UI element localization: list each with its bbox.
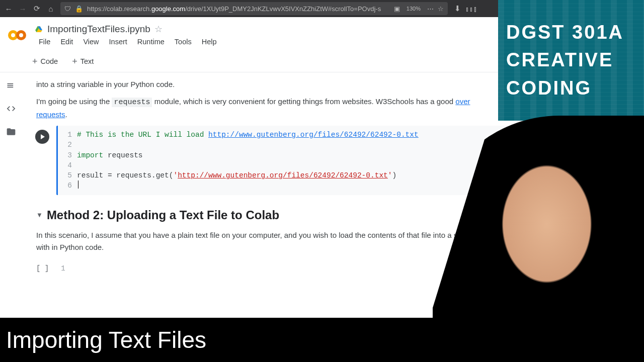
colab-logo[interactable] (8, 29, 28, 42)
forward-icon: → (18, 5, 27, 13)
section-heading: Method 2: Uploading a Text File to Colab (47, 208, 279, 222)
menu-view[interactable]: View (78, 36, 103, 47)
course-overlay: DGST 301A CREATIVE CODING (498, 0, 644, 121)
run-button[interactable] (35, 130, 49, 144)
link-overview[interactable]: over (455, 97, 470, 106)
home-icon[interactable]: ⌂ (46, 5, 55, 13)
url-more-icon[interactable]: ⋯ (427, 5, 434, 13)
menu-runtime[interactable]: Runtime (133, 36, 169, 47)
files-icon[interactable] (6, 127, 16, 139)
video-title: Importing Text Files (6, 326, 206, 353)
menu-edit[interactable]: Edit (56, 36, 77, 47)
caption-bar: Importing Text Files (0, 318, 644, 362)
library-icon[interactable]: ⫾⫾⫿ (467, 5, 476, 13)
add-code-button[interactable]: +Code (27, 55, 63, 68)
menu-insert[interactable]: Insert (105, 36, 132, 47)
url-text: https://colab.research.google.com/drive/… (87, 5, 390, 13)
toc-icon[interactable] (6, 80, 16, 93)
code-snippets-icon[interactable] (6, 104, 16, 116)
menu-file[interactable]: File (34, 36, 55, 47)
reader-icon[interactable]: ▣ (394, 5, 400, 13)
shield-icon: 🛡 (64, 5, 71, 13)
lock-icon: 🔒 (75, 5, 83, 13)
notebook-title[interactable]: ImportingTextFiles.ipynb (47, 24, 150, 35)
markdown-text: I'm going be using the requests module, … (36, 96, 544, 121)
star-icon[interactable]: ☆ (438, 5, 444, 13)
add-text-button[interactable]: +Text (67, 55, 99, 68)
menu-help[interactable]: Help (197, 36, 221, 47)
zoom-badge[interactable]: 130% (404, 5, 423, 12)
star-toggle[interactable]: ☆ (154, 24, 163, 35)
markdown-text: into a string variable in your Python co… (36, 78, 544, 90)
link-requests[interactable]: requests (36, 110, 65, 119)
drive-icon (34, 25, 43, 33)
reload-icon[interactable]: ⟳ (32, 4, 41, 13)
back-icon[interactable]: ← (4, 5, 13, 13)
url-bar[interactable]: 🛡 🔒 https://colab.research.google.com/dr… (60, 2, 448, 15)
menu-bar: File Edit View Insert Runtime Tools Help (34, 36, 541, 47)
left-rail (0, 72, 22, 318)
collapse-icon[interactable]: ▼ (36, 211, 43, 219)
download-icon[interactable]: ⬇ (453, 4, 462, 13)
menu-tools[interactable]: Tools (170, 36, 196, 47)
